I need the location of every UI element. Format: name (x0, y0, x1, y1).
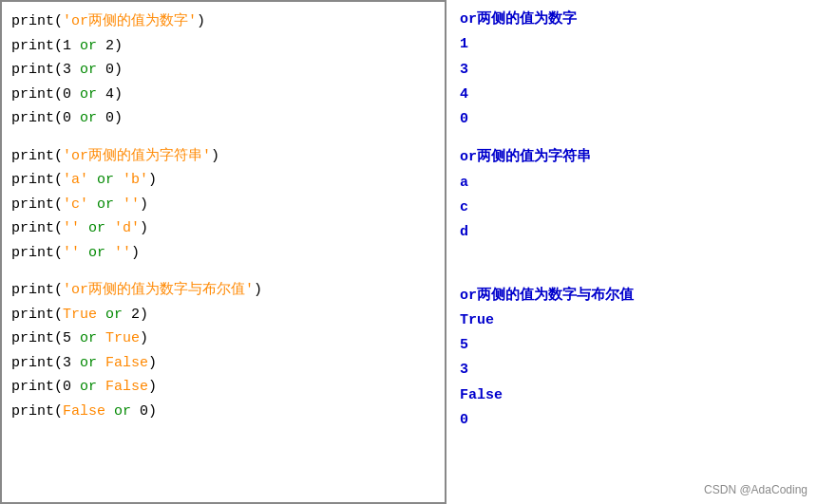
code-line: print(0 or 4) (11, 83, 435, 107)
code-line: print(0 or 0) (11, 106, 435, 131)
output-panel: or两侧的值为数字 1 3 4 0 or两侧的值为字符串 a c d or两侧的… (446, 0, 817, 504)
code-line: print('' or '') (11, 241, 435, 266)
code-line: print(True or 2) (11, 303, 435, 327)
output-value: 1 (460, 32, 804, 57)
output-value: c (460, 196, 804, 220)
code-line: print(1 or 2) (11, 34, 435, 59)
code-line: print('a' or 'b') (11, 168, 435, 193)
output-value: 0 (460, 107, 804, 132)
output-value: a (460, 171, 804, 196)
code-line: print('' or 'd') (11, 216, 435, 241)
output-heading-booleans: or两侧的值为数字与布尔值 (460, 284, 804, 308)
output-block-numbers: or两侧的值为数字 1 3 4 0 (460, 8, 804, 132)
output-value: 5 (460, 333, 804, 358)
code-line: print('or两侧的值为字符串') (11, 144, 435, 169)
output-value: d (460, 220, 804, 245)
code-line: print('or两侧的值为数字与布尔值') (11, 278, 435, 303)
code-line: print(3 or False) (11, 351, 435, 376)
output-value: True (460, 308, 804, 333)
output-block-booleans: or两侧的值为数字与布尔值 True 5 3 False 0 (460, 284, 804, 434)
output-block-strings: or两侧的值为字符串 a c d (460, 145, 804, 270)
watermark: CSDN @AdaCoding (704, 483, 808, 496)
code-line: print(0 or False) (11, 375, 435, 400)
output-heading-strings: or两侧的值为字符串 (460, 145, 804, 170)
output-value: 4 (460, 83, 804, 107)
output-value: 3 (460, 58, 804, 83)
code-block-booleans: print('or两侧的值为数字与布尔值') print(True or 2) … (11, 278, 435, 423)
output-value: False (460, 383, 804, 408)
code-block-strings: print('or两侧的值为字符串') print('a' or 'b') pr… (11, 144, 435, 266)
code-line: print(5 or True) (11, 327, 435, 351)
output-value: 3 (460, 358, 804, 383)
code-panel: print('or两侧的值为数字') print(1 or 2) print(3… (0, 0, 446, 504)
output-value (460, 245, 804, 270)
code-line: print('c' or '') (11, 193, 435, 217)
code-line: print('or两侧的值为数字') (11, 9, 435, 34)
code-line: print(False or 0) (11, 400, 435, 424)
code-block-numbers: print('or两侧的值为数字') print(1 or 2) print(3… (11, 9, 435, 131)
output-value: 0 (460, 408, 804, 433)
code-line: print(3 or 0) (11, 58, 435, 83)
output-heading-numbers: or两侧的值为数字 (460, 8, 804, 32)
